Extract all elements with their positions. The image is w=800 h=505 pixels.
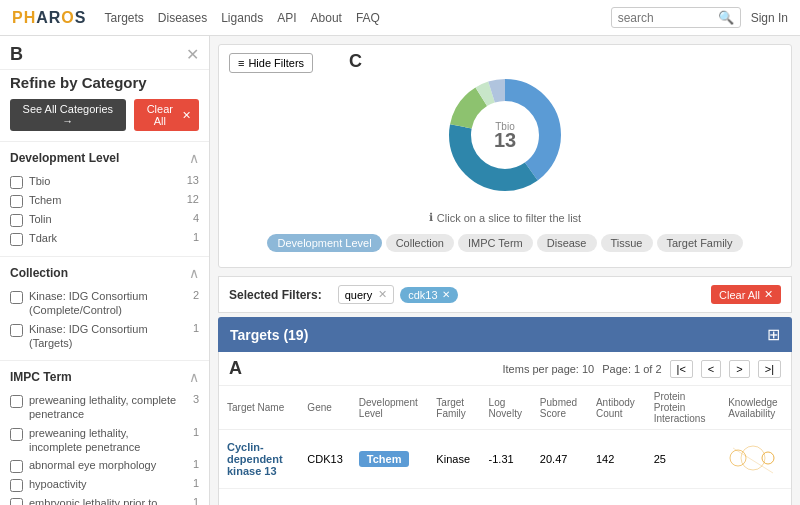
filter-item-impc3: hypoactivity 1 <box>10 475 199 494</box>
filter-section-impc-header[interactable]: IMPC Term ∧ <box>10 369 199 385</box>
sidebar-clear-all-button[interactable]: Clear All ✕ <box>134 99 199 131</box>
chevron-up-icon: ∧ <box>189 150 199 166</box>
checkbox-kinase2[interactable] <box>10 324 23 337</box>
targets-title: Targets (19) <box>230 327 308 343</box>
checkbox-impc4[interactable] <box>10 498 23 505</box>
target-name-1[interactable]: Cyclin-K <box>219 489 299 506</box>
checkbox-impc0[interactable] <box>10 395 23 408</box>
sign-in-link[interactable]: Sign In <box>751 11 788 25</box>
filter-item-impc0: preweaning lethality, complete penetranc… <box>10 391 199 424</box>
filter-tag-label: cdk13 <box>408 289 437 301</box>
checkbox-tdark[interactable] <box>10 233 23 246</box>
search-button[interactable]: 🔍 <box>718 10 734 25</box>
filter-label-tchem: Tchem <box>29 193 177 207</box>
query-clear-button[interactable]: ✕ <box>378 288 387 301</box>
filter-item-tdark: Tdark 1 <box>10 229 199 248</box>
checkbox-impc3[interactable] <box>10 479 23 492</box>
gene-0: CDK13 <box>299 430 350 489</box>
family-1: Non-IDG <box>428 489 480 506</box>
checkbox-impc2[interactable] <box>10 460 23 473</box>
sidebar-actions: See All Categories → Clear All ✕ <box>0 99 209 141</box>
items-per-page-label: Items per page: 10 <box>503 363 595 375</box>
filter-item-kinase2: Kinase: IDG Consortium (Targets) 1 <box>10 320 199 353</box>
last-page-button[interactable]: >| <box>758 360 781 378</box>
chart-tab-target-family[interactable]: Target Family <box>657 234 743 252</box>
nav-diseases[interactable]: Diseases <box>158 11 207 25</box>
chart-tab-tissue[interactable]: Tissue <box>601 234 653 252</box>
nav-faq[interactable]: FAQ <box>356 11 380 25</box>
filter-count-impc0: 3 <box>193 393 199 405</box>
sidebar-letter: B <box>10 44 23 65</box>
checkbox-tbio[interactable] <box>10 176 23 189</box>
filter-count-impc3: 1 <box>193 477 199 489</box>
filters-clear-all-button[interactable]: Clear All ✕ <box>711 285 781 304</box>
filter-section-impc-title: IMPC Term <box>10 370 72 384</box>
filter-section-collection-header[interactable]: Collection ∧ <box>10 265 199 281</box>
filter-icon: ≡ <box>238 57 244 69</box>
donut-chart[interactable]: Tbio 13 <box>435 65 575 205</box>
grid-icon[interactable]: ⊞ <box>767 325 780 344</box>
knowledge-chart-0 <box>728 438 778 478</box>
filter-label-tbio: Tbio <box>29 174 177 188</box>
filter-label-tolin: Tolin <box>29 212 183 226</box>
first-page-button[interactable]: |< <box>670 360 693 378</box>
svg-point-8 <box>730 450 746 466</box>
search-bar: 🔍 <box>611 7 741 28</box>
filter-label-tdark: Tdark <box>29 231 183 245</box>
targets-table-section: A Items per page: 10 Page: 1 of 2 |< < >… <box>218 352 792 505</box>
x-icon-filters: ✕ <box>764 288 773 301</box>
filter-section-collection: Collection ∧ Kinase: IDG Consortium (Com… <box>0 256 209 360</box>
main-nav: Targets Diseases Ligands API About FAQ <box>104 11 610 25</box>
chevron-up-icon-2: ∧ <box>189 265 199 281</box>
chart-tab-impc[interactable]: IMPC Term <box>458 234 533 252</box>
filter-item-impc4: embryonic lethality prior to organogenes… <box>10 494 199 505</box>
sidebar-header: B ✕ <box>0 36 209 70</box>
target-name-0[interactable]: Cyclin-dependent kinase 13 <box>219 430 299 489</box>
filter-section-dev-header[interactable]: Development Level ∧ <box>10 150 199 166</box>
knowledge-chart-1 <box>728 497 778 505</box>
col-antibody: Antibody Count <box>588 386 646 430</box>
targets-table: Target Name Gene Development Level Targe… <box>219 386 791 505</box>
filter-count-kinase1: 2 <box>193 289 199 301</box>
filter-count-kinase2: 1 <box>193 322 199 334</box>
app-logo: PHAROS <box>12 9 86 27</box>
filter-item-tchem: Tchem 12 <box>10 191 199 210</box>
col-ppi: Protein Protein Interactions <box>646 386 720 430</box>
next-page-button[interactable]: > <box>729 360 749 378</box>
chart-tab-disease[interactable]: Disease <box>537 234 597 252</box>
checkbox-impc1[interactable] <box>10 428 23 441</box>
filter-count-tdark: 1 <box>193 231 199 243</box>
prev-page-button[interactable]: < <box>701 360 721 378</box>
sidebar-close-button[interactable]: ✕ <box>186 45 199 64</box>
see-all-categories-button[interactable]: See All Categories → <box>10 99 126 131</box>
antibody-0: 142 <box>588 430 646 489</box>
chart-tab-dev-level[interactable]: Development Level <box>267 234 381 252</box>
table-header-row: Target Name Gene Development Level Targe… <box>219 386 791 430</box>
search-input[interactable] <box>618 11 718 25</box>
col-log-novelty: Log Novelty <box>481 386 532 430</box>
dev-level-badge-0[interactable]: Tchem <box>359 451 410 467</box>
filter-section-dev-title: Development Level <box>10 151 119 165</box>
chart-tab-collection[interactable]: Collection <box>386 234 454 252</box>
filter-count-impc2: 1 <box>193 458 199 470</box>
ppi-0: 25 <box>646 430 720 489</box>
filter-tag-remove-button[interactable]: ✕ <box>442 289 450 300</box>
checkbox-kinase1[interactable] <box>10 291 23 304</box>
col-target-name: Target Name <box>219 386 299 430</box>
checkbox-tchem[interactable] <box>10 195 23 208</box>
filter-count-tbio: 13 <box>187 174 199 186</box>
nav-about[interactable]: About <box>311 11 342 25</box>
filter-count-impc4: 1 <box>193 496 199 505</box>
nav-ligands[interactable]: Ligands <box>221 11 263 25</box>
checkbox-tolin[interactable] <box>10 214 23 227</box>
page-label: Page: 1 of 2 <box>602 363 661 375</box>
filter-tag-cdk13: cdk13 ✕ <box>400 287 457 303</box>
filter-item-impc1: preweaning lethality, incomplete penetra… <box>10 424 199 457</box>
nav-targets[interactable]: Targets <box>104 11 143 25</box>
nav-api[interactable]: API <box>277 11 296 25</box>
col-gene: Gene <box>299 386 350 430</box>
filter-item-tbio: Tbio 13 <box>10 172 199 191</box>
filter-label-impc2: abnormal eye morphology <box>29 458 183 472</box>
hide-filters-button[interactable]: ≡ Hide Filters <box>229 53 313 73</box>
pubmed-0: 20.47 <box>532 430 588 489</box>
